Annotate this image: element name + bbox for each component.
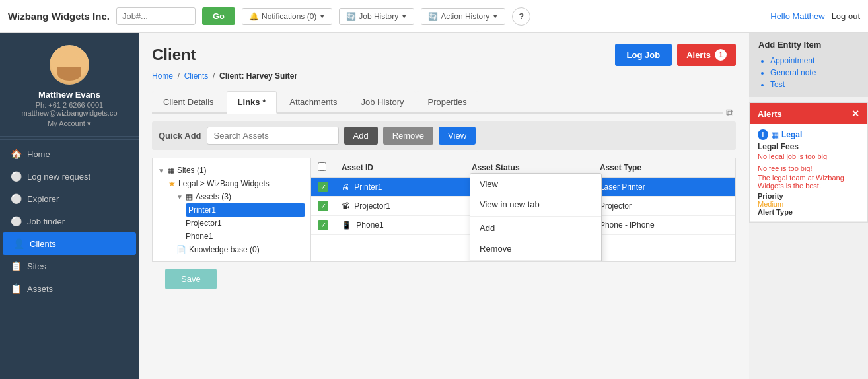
entity-appointment[interactable]: Appointment <box>770 55 859 67</box>
collapse-icon: ▼ <box>158 167 164 174</box>
table-area: ▼ ▦ Sites (1) ★ Legal > WizBang Widgets … <box>152 158 736 262</box>
row-checkbox[interactable]: ✓ <box>311 197 335 216</box>
help-button[interactable]: ? <box>512 7 530 26</box>
breadcrumb: Home / Clients / Client: Harvey Suiter <box>152 71 736 81</box>
sidebar-item-home[interactable]: 🏠 Home <box>0 143 139 165</box>
sidebar-item-label: Log new request <box>27 172 90 182</box>
alert-entry-header: i ▦ Legal <box>758 129 859 140</box>
row-checkbox[interactable]: ✓ <box>311 178 335 197</box>
alerts-header: Alerts ✕ <box>750 103 867 124</box>
quick-add-bar: Quick Add Add Remove View <box>152 121 736 150</box>
page-title: Client <box>152 46 615 64</box>
tab-links[interactable]: Links * <box>227 91 277 114</box>
check-icon: ✓ <box>318 201 328 211</box>
row-checkbox[interactable]: ✓ <box>311 216 335 235</box>
collapse-icon: ▼ <box>176 193 183 201</box>
tree-sites-label: Sites (1) <box>177 166 207 175</box>
add-button[interactable]: Add <box>344 127 378 145</box>
job-history-label: Job History <box>359 12 398 21</box>
action-history-label: Action History <box>441 12 489 21</box>
hello-user-link[interactable]: Hello Matthew <box>770 11 824 21</box>
notifications-label: Notifications (0) <box>262 12 316 21</box>
alert-desc3: No fee is too big! <box>758 164 859 172</box>
tree-projector1[interactable]: Projector1 <box>186 217 305 230</box>
select-all-checkbox[interactable] <box>318 162 326 171</box>
go-button[interactable]: Go <box>202 7 235 25</box>
right-panel: Add Entity Item Appointment General note… <box>749 33 868 379</box>
job-input[interactable] <box>116 7 196 25</box>
sidebar-item-sites[interactable]: 📋 Sites <box>0 255 139 277</box>
notifications-button[interactable]: 🔔 Notifications (0) ▼ <box>242 8 332 25</box>
remove-button[interactable]: Remove <box>383 127 433 145</box>
col-asset-id: Asset ID <box>335 158 465 178</box>
sidebar-item-assets[interactable]: 📋 Assets <box>0 277 139 300</box>
save-bar: Save <box>152 262 736 296</box>
context-menu-add[interactable]: Add <box>470 218 601 238</box>
alerts-button[interactable]: Alerts 1 <box>677 44 736 66</box>
grid-icon: ▦ <box>167 166 174 175</box>
context-menu-remove[interactable]: Remove <box>470 238 601 259</box>
context-menu-view-new-tab[interactable]: View in new tab <box>470 194 601 215</box>
header-buttons: Log Job Alerts 1 <box>615 44 736 66</box>
entity-general-note[interactable]: General note <box>770 67 859 79</box>
history-icon: 🔄 <box>346 12 356 21</box>
save-button[interactable]: Save <box>165 269 217 289</box>
bell-icon: 🔔 <box>249 12 259 21</box>
sidebar-item-label: Home <box>27 149 50 159</box>
job-history-button[interactable]: 🔄 Job History ▼ <box>339 8 414 25</box>
grid-icon: ▦ <box>771 130 779 140</box>
priority-value: Medium <box>758 200 859 208</box>
sidebar-item-log-new-request[interactable]: ⚪ Log new request <box>0 165 139 188</box>
sidebar-item-label: Sites <box>27 261 46 271</box>
sidebar-item-label: Clients <box>30 239 56 249</box>
log-icon: ⚪ <box>11 171 22 182</box>
entity-test[interactable]: Test <box>770 79 859 90</box>
tab-attachments[interactable]: Attachments <box>278 91 348 112</box>
view-button[interactable]: View <box>439 127 476 145</box>
sidebar-item-label: Job finder <box>27 217 65 226</box>
row-asset-type: Phone - iPhone <box>593 216 735 235</box>
sidebar-item-clients[interactable]: 👤 Clients <box>3 232 136 255</box>
star-icon: ★ <box>168 179 176 188</box>
tree-printer1[interactable]: Printer1 <box>186 203 305 217</box>
chevron-down-icon: ▼ <box>319 13 325 20</box>
action-history-button[interactable]: 🔄 Action History ▼ <box>421 8 505 25</box>
search-assets-input[interactable] <box>207 127 339 145</box>
alert-type-label: Alert Type <box>758 208 859 216</box>
tab-properties[interactable]: Properties <box>417 91 478 112</box>
row-asset-id: 📽 Projector1 <box>335 197 465 216</box>
tab-job-history[interactable]: Job History <box>349 91 415 112</box>
alert-category[interactable]: Legal <box>781 130 802 139</box>
tree-phone1[interactable]: Phone1 <box>186 230 305 243</box>
check-icon: ✓ <box>318 182 328 192</box>
log-job-button[interactable]: Log Job <box>615 44 672 66</box>
tree-legal[interactable]: ★ Legal > WizBang Widgets <box>168 177 305 190</box>
tab-client-details[interactable]: Client Details <box>152 91 225 112</box>
profile-phone: Ph: +61 2 6266 0001 <box>36 101 103 109</box>
content-area: Client Log Job Alerts 1 Home / Clients /… <box>139 33 749 379</box>
tree-knowledge[interactable]: 📄 Knowledge base (0) <box>176 243 305 256</box>
breadcrumb-home[interactable]: Home <box>152 71 173 81</box>
chevron-down-icon: ▼ <box>492 13 498 20</box>
tree-sites[interactable]: ▼ ▦ Sites (1) <box>158 164 305 177</box>
sidebar-item-job-finder[interactable]: ⚪ Job finder <box>0 210 139 232</box>
tree-assets[interactable]: ▼ ▦ Assets (3) <box>176 190 305 203</box>
row-asset-id: 📱 Phone1 <box>335 216 465 235</box>
breadcrumb-clients[interactable]: Clients <box>184 71 209 81</box>
info-icon: i <box>758 129 768 140</box>
logout-link[interactable]: Log out <box>832 11 860 21</box>
profile-email: matthew@wizbangwidgets.co <box>21 109 117 117</box>
grid-icon: ▦ <box>186 192 193 201</box>
action-icon: 🔄 <box>428 12 438 21</box>
phone-icon: 📱 <box>342 221 351 230</box>
copy-icon[interactable]: ⧉ <box>723 104 736 121</box>
close-icon[interactable]: ✕ <box>851 108 859 119</box>
alert-desc4: The legal team at Wizbang Widgets is the… <box>758 174 859 190</box>
row-asset-id: 🖨 Printer1 <box>335 178 465 197</box>
context-menu-view[interactable]: View <box>470 174 601 194</box>
sidebar-item-explorer[interactable]: ⚪ Explorer <box>0 188 139 210</box>
tree-assets-label: Assets (3) <box>196 192 231 201</box>
alerts-badge: 1 <box>715 49 727 61</box>
my-account-link[interactable]: My Account ▾ <box>48 120 91 128</box>
tabs-bar: Client Details Links * Attachments Job H… <box>152 91 723 114</box>
